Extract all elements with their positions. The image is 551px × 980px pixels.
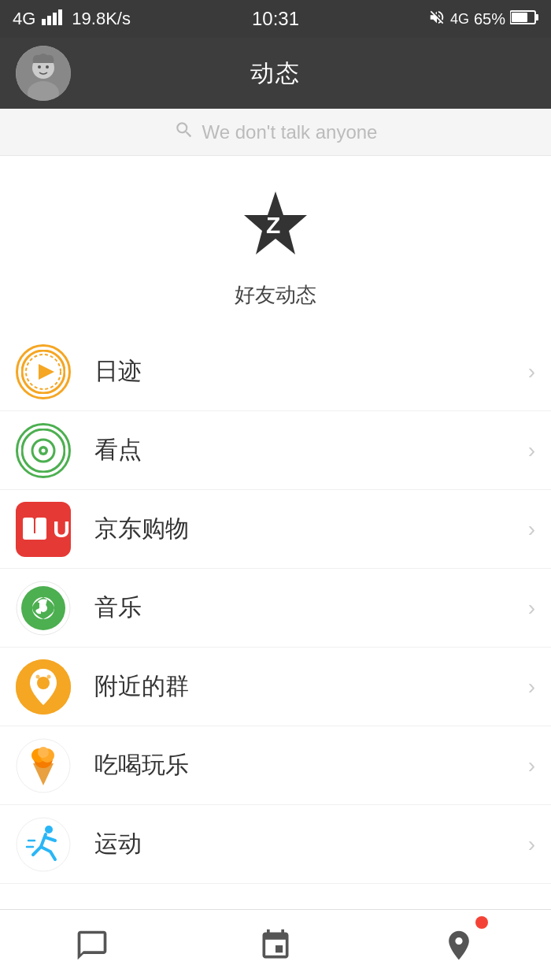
nearby-icon bbox=[16, 659, 71, 715]
arrow-nearby: › bbox=[528, 674, 535, 700]
arrow-jingdong: › bbox=[528, 517, 535, 542]
nav-item-messages[interactable] bbox=[0, 910, 183, 980]
menu-label-kandian: 看点 bbox=[94, 434, 528, 466]
battery-icon bbox=[510, 9, 538, 29]
svg-point-29 bbox=[37, 677, 50, 689]
contacts-icon bbox=[258, 928, 293, 963]
svg-point-39 bbox=[45, 826, 53, 833]
svg-point-20 bbox=[42, 448, 46, 452]
music-icon bbox=[16, 581, 71, 636]
nav-item-discover[interactable] bbox=[368, 910, 551, 980]
sport-icon bbox=[16, 817, 71, 872]
svg-point-11 bbox=[46, 65, 49, 69]
network-speed: 19.8K/s bbox=[72, 9, 131, 29]
search-icon bbox=[174, 120, 194, 145]
arrow-music: › bbox=[528, 596, 535, 621]
arrow-kandian: › bbox=[528, 438, 535, 463]
svg-point-10 bbox=[38, 65, 41, 69]
svg-point-31 bbox=[47, 674, 51, 678]
svg-text:Z: Z bbox=[266, 212, 280, 238]
menu-item-nearby[interactable]: 附近的群 › bbox=[0, 648, 551, 726]
arrow-sport: › bbox=[528, 832, 535, 857]
kandian-icon bbox=[16, 423, 71, 478]
bottom-nav bbox=[0, 909, 551, 980]
arrow-food: › bbox=[528, 753, 535, 778]
status-right: 4G 65% bbox=[428, 9, 538, 30]
nav-item-contacts[interactable] bbox=[183, 910, 367, 980]
avatar-image bbox=[16, 46, 71, 101]
search-placeholder: We don't talk anyone bbox=[202, 121, 378, 143]
nav-badge bbox=[475, 916, 488, 929]
svg-rect-2 bbox=[53, 13, 57, 25]
svg-rect-6 bbox=[512, 13, 527, 22]
menu-item-rijie[interactable]: 日迹 › bbox=[0, 332, 551, 411]
rijie-icon bbox=[16, 344, 71, 399]
mute-icon bbox=[428, 9, 446, 30]
star-icon: Z bbox=[240, 187, 311, 273]
svg-rect-0 bbox=[42, 19, 46, 25]
page-title: 动态 bbox=[250, 58, 301, 90]
status-left: 4G 19.8K/s bbox=[13, 8, 131, 30]
hero-section: Z 好友动态 bbox=[0, 156, 551, 325]
menu-item-jingdong[interactable]: U 京东购物 › bbox=[0, 490, 551, 569]
svg-rect-5 bbox=[535, 14, 538, 20]
jingdong-icon: U bbox=[16, 502, 71, 557]
menu-item-food[interactable]: 吃喝玩乐 › bbox=[0, 726, 551, 805]
menu-item-kandian[interactable]: 看点 › bbox=[0, 411, 551, 490]
status-bar: 4G 19.8K/s 10:31 4G 65% bbox=[0, 0, 551, 38]
hero-label: 好友动态 bbox=[235, 281, 316, 309]
arrow-rijie: › bbox=[528, 359, 535, 384]
search-bar[interactable]: We don't talk anyone bbox=[0, 109, 551, 156]
menu-label-jingdong: 京东购物 bbox=[94, 513, 528, 545]
menu-item-music[interactable]: 音乐 › bbox=[0, 569, 551, 648]
svg-point-30 bbox=[36, 674, 40, 678]
menu-label-music: 音乐 bbox=[94, 592, 528, 624]
menu-label-nearby: 附近的群 bbox=[94, 670, 528, 703]
messages-icon bbox=[75, 928, 109, 963]
top-bar: 动态 bbox=[0, 38, 551, 109]
svg-point-37 bbox=[38, 747, 49, 758]
menu-label-food: 吃喝玩乐 bbox=[94, 749, 528, 781]
svg-rect-1 bbox=[47, 16, 51, 25]
svg-rect-23 bbox=[23, 533, 46, 540]
status-time: 10:31 bbox=[252, 8, 299, 30]
network-indicator: 4G bbox=[13, 9, 35, 29]
4g-icon: 4G bbox=[450, 11, 469, 28]
menu-label-sport: 运动 bbox=[94, 828, 528, 860]
avatar[interactable] bbox=[16, 46, 71, 101]
svg-rect-3 bbox=[58, 9, 62, 25]
menu-list: 日迹 › 看点 › bbox=[0, 332, 551, 884]
food-icon bbox=[16, 738, 71, 793]
menu-item-sport[interactable]: 运动 › bbox=[0, 805, 551, 884]
signal-bars bbox=[42, 8, 65, 30]
menu-label-rijie: 日迹 bbox=[94, 355, 528, 388]
discover-icon bbox=[442, 928, 476, 963]
battery-text: 65% bbox=[474, 10, 505, 28]
